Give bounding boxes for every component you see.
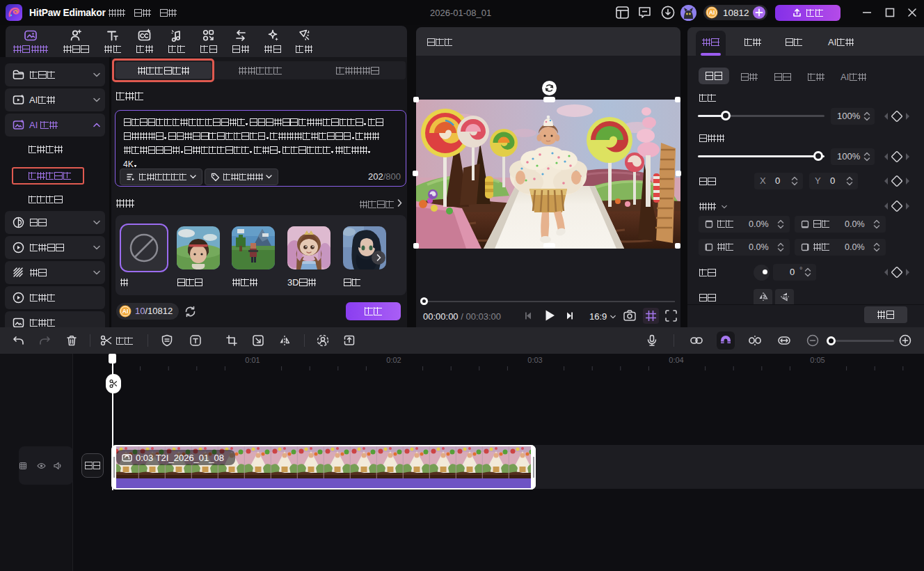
svg-text:AI: AI	[709, 9, 715, 16]
svg-text:AI: AI	[122, 308, 129, 315]
